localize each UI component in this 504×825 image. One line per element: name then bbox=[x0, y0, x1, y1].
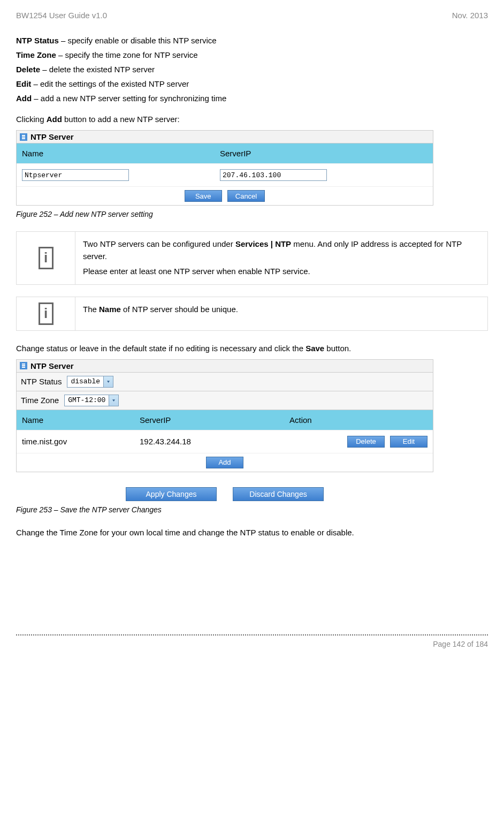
panel-title-bar: NTP Server bbox=[17, 360, 433, 373]
add-button[interactable]: Add bbox=[206, 457, 243, 468]
term-desc: – specify the time zone for NTP service bbox=[56, 50, 198, 59]
text-bold: Save bbox=[306, 344, 324, 353]
header-left: BW1254 User Guide v1.0 bbox=[16, 11, 107, 20]
info-icon-cell: i bbox=[17, 232, 75, 284]
table-header-row: Name ServerIP bbox=[17, 143, 433, 163]
text: Clicking bbox=[16, 115, 47, 124]
input-value: Ntpserver bbox=[25, 171, 62, 179]
ntp-status-row: NTP Status disable bbox=[17, 373, 433, 391]
chevron-down-icon bbox=[103, 376, 113, 387]
text: button. bbox=[324, 344, 351, 353]
page-header: BW1254 User Guide v1.0 Nov. 2013 bbox=[16, 11, 488, 20]
term-desc: – specify enable or disable this NTP ser… bbox=[59, 36, 217, 45]
apply-changes-button[interactable]: Apply Changes bbox=[126, 487, 217, 501]
term-edit: Edit – edit the settings of the existed … bbox=[16, 78, 488, 89]
term-delete: Delete – delete the existed NTP server bbox=[16, 64, 488, 75]
save-button[interactable]: Save bbox=[185, 190, 222, 202]
term-desc: – add a new NTP server setting for synch… bbox=[32, 94, 226, 103]
paragraph-add-intro: Clicking Add button to add a new NTP ser… bbox=[16, 113, 488, 125]
time-zone-label: Time Zone bbox=[21, 396, 59, 405]
table-row: time.nist.gov 192.43.244.18 Delete Edit bbox=[17, 430, 433, 453]
panel-icon bbox=[20, 362, 27, 369]
text: button to add a new NTP server: bbox=[62, 115, 180, 124]
text: Please enter at least one NTP server whe… bbox=[83, 266, 480, 278]
info-box-1: i Two NTP servers can be configured unde… bbox=[16, 231, 488, 285]
term-add: Add – add a new NTP server setting for s… bbox=[16, 93, 488, 104]
figure-caption-253: Figure 253 – Save the NTP server Changes bbox=[16, 505, 488, 514]
term-label: Edit bbox=[16, 79, 31, 88]
serverip-input[interactable]: 207.46.103.100 bbox=[220, 169, 327, 181]
col-action: Action bbox=[284, 410, 433, 430]
header-right: Nov. 2013 bbox=[452, 11, 488, 20]
paragraph-timezone: Change the Time Zone for your own local … bbox=[16, 527, 488, 538]
paragraph-save-intro: Change status or leave in the default st… bbox=[16, 343, 488, 354]
chevron-down-icon bbox=[109, 395, 118, 406]
ntp-status-select[interactable]: disable bbox=[67, 376, 113, 388]
text: Change status or leave in the default st… bbox=[16, 344, 306, 353]
info-icon: i bbox=[39, 247, 54, 269]
info-text: The Name of NTP server should be unique. bbox=[75, 297, 487, 330]
edit-button[interactable]: Edit bbox=[390, 436, 427, 448]
ntp-server-panel: NTP Server NTP Status disable Time Zone … bbox=[16, 359, 433, 472]
col-serverip: ServerIP bbox=[134, 410, 284, 430]
panel-title: NTP Server bbox=[30, 132, 74, 141]
term-desc: – delete the existed NTP server bbox=[40, 65, 155, 74]
text-bold: Add bbox=[47, 115, 62, 124]
figure-caption-252: Figure 252 – Add new NTP server setting bbox=[16, 210, 488, 218]
cell-serverip: 192.43.244.18 bbox=[134, 430, 284, 453]
discard-changes-button[interactable]: Discard Changes bbox=[233, 487, 324, 501]
text: The bbox=[83, 305, 99, 314]
select-value: disable bbox=[67, 377, 103, 385]
panel-icon bbox=[20, 133, 27, 141]
info-box-2: i The Name of NTP server should be uniqu… bbox=[16, 297, 488, 331]
term-desc: – edit the settings of the existed NTP s… bbox=[31, 79, 189, 88]
col-serverip: ServerIP bbox=[215, 143, 433, 163]
term-time-zone: Time Zone – specify the time zone for NT… bbox=[16, 49, 488, 60]
text-bold: Services | NTP bbox=[235, 239, 291, 248]
col-name: Name bbox=[17, 143, 215, 163]
term-label: NTP Status bbox=[16, 36, 59, 45]
term-ntp-status: NTP Status – specify enable or disable t… bbox=[16, 35, 488, 46]
cancel-button[interactable]: Cancel bbox=[227, 190, 265, 202]
table-header-row: Name ServerIP Action bbox=[17, 410, 433, 430]
info-text: Two NTP servers can be configured under … bbox=[75, 232, 487, 284]
col-name: Name bbox=[17, 410, 134, 430]
select-value: GMT-12:00 bbox=[65, 396, 109, 404]
page-footer: Page 142 of 184 bbox=[16, 635, 488, 648]
panel-title-bar: NTP Server bbox=[17, 131, 433, 143]
ntp-add-panel: NTP Server Name ServerIP Ntpserver 207.4… bbox=[16, 130, 433, 206]
name-input[interactable]: Ntpserver bbox=[22, 169, 129, 181]
apply-discard-row: Apply Changes Discard Changes bbox=[16, 487, 433, 501]
text-bold: Name bbox=[99, 305, 121, 314]
cell-name: time.nist.gov bbox=[17, 430, 134, 453]
panel-button-row: Add bbox=[17, 453, 433, 472]
time-zone-select[interactable]: GMT-12:00 bbox=[64, 395, 119, 406]
term-label: Add bbox=[16, 94, 32, 103]
term-label: Time Zone bbox=[16, 50, 56, 59]
cell-actions: Delete Edit bbox=[284, 430, 433, 453]
input-value: 207.46.103.100 bbox=[223, 171, 281, 179]
panel-button-row: Save Cancel bbox=[17, 186, 433, 205]
delete-button[interactable]: Delete bbox=[347, 436, 385, 448]
table-row: Ntpserver 207.46.103.100 bbox=[17, 163, 433, 186]
info-icon: i bbox=[39, 302, 54, 325]
panel-title: NTP Server bbox=[30, 361, 74, 370]
text: of NTP server should be unique. bbox=[121, 305, 238, 314]
info-icon-cell: i bbox=[17, 297, 75, 330]
term-label: Delete bbox=[16, 65, 40, 74]
text: Two NTP servers can be configured under bbox=[83, 239, 235, 248]
time-zone-row: Time Zone GMT-12:00 bbox=[17, 391, 433, 410]
ntp-status-label: NTP Status bbox=[21, 377, 62, 386]
